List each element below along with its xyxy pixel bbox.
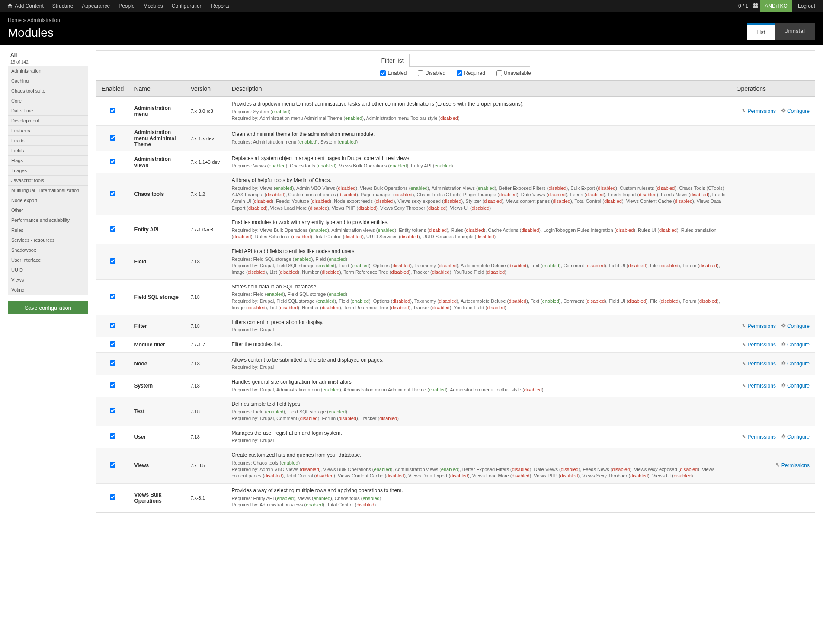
sidebar-item-uuid[interactable]: UUID — [8, 265, 88, 275]
sidebar-item-fields[interactable]: Fields — [8, 146, 88, 156]
sidebar-item-development[interactable]: Development — [8, 116, 88, 126]
breadcrumb-admin[interactable]: Administration — [27, 17, 60, 23]
module-enabled-checkbox[interactable] — [110, 494, 115, 500]
sidebar-item-features[interactable]: Features — [8, 126, 88, 136]
svg-point-0 — [753, 3, 756, 5]
home-icon[interactable] — [3, 3, 10, 10]
admin-menu-modules[interactable]: Modules — [139, 0, 167, 12]
module-enabled-checkbox[interactable] — [110, 382, 115, 388]
modules-table: Enabled Name Version Description Operati… — [96, 80, 815, 512]
sidebar-item-node-export[interactable]: Node export — [8, 195, 88, 205]
sidebar-item-rules[interactable]: Rules — [8, 225, 88, 235]
configure-link[interactable]: Configure — [781, 361, 810, 367]
module-enabled-checkbox[interactable] — [110, 408, 115, 413]
configure-link[interactable]: Configure — [781, 108, 810, 114]
module-name: Field SQL storage — [129, 279, 185, 315]
configure-link[interactable]: Configure — [781, 434, 810, 440]
module-row: Text7.18Defines simple text field types.… — [96, 397, 815, 426]
module-enabled-checkbox[interactable] — [110, 108, 115, 113]
svg-rect-6 — [743, 325, 745, 327]
users-icon[interactable] — [753, 3, 759, 10]
module-enabled-checkbox[interactable] — [110, 462, 115, 468]
module-operations — [731, 125, 815, 151]
module-operations: PermissionsConfigure — [731, 352, 815, 375]
module-row: Views Bulk Operations7.x-3.1Provides a w… — [96, 483, 815, 512]
module-enabled-checkbox[interactable] — [110, 433, 115, 439]
module-enabled-checkbox[interactable] — [110, 226, 115, 232]
module-row: Module filter7.x-1.7Filter the modules l… — [96, 337, 815, 352]
sidebar-item-feeds[interactable]: Feeds — [8, 136, 88, 146]
module-name: Views — [129, 448, 185, 483]
tab-uninstall[interactable]: Uninstall — [775, 23, 815, 40]
sidebar-item-voting[interactable]: Voting — [8, 285, 88, 295]
sidebar-item-images[interactable]: Images — [8, 166, 88, 176]
module-version: 7.x-1.x-dev — [185, 125, 226, 151]
sidebar-item-chaos-tool-suite[interactable]: Chaos tool suite — [8, 86, 88, 96]
sidebar-item-core[interactable]: Core — [8, 96, 88, 106]
module-operations — [731, 215, 815, 244]
admin-menu-reports[interactable]: Reports — [207, 0, 234, 12]
module-enabled-checkbox[interactable] — [110, 159, 115, 164]
module-enabled-checkbox[interactable] — [110, 191, 115, 196]
permissions-link[interactable]: Permissions — [775, 462, 810, 468]
admin-menu-structure[interactable]: Structure — [48, 0, 78, 12]
sidebar-item-shadowbox[interactable]: Shadowbox — [8, 245, 88, 255]
configure-link[interactable]: Configure — [781, 323, 810, 329]
admin-menu-add-content[interactable]: Add Content — [10, 0, 48, 12]
sidebar-item-flags[interactable]: Flags — [8, 156, 88, 166]
module-version: 7.18 — [185, 375, 226, 397]
logout-link[interactable]: Log out — [794, 0, 820, 12]
permissions-link[interactable]: Permissions — [742, 342, 776, 348]
module-description: Provides a dropdown menu to most adminis… — [226, 97, 731, 126]
module-version: 7.x-1.1+0-dev — [185, 151, 226, 173]
module-enabled-checkbox[interactable] — [110, 341, 115, 347]
sidebar-item-caching[interactable]: Caching — [8, 76, 88, 86]
sidebar-item-date-time[interactable]: Date/Time — [8, 106, 88, 116]
module-enabled-checkbox[interactable] — [110, 323, 115, 328]
configure-link[interactable]: Configure — [781, 342, 810, 348]
filter-checkbox-required[interactable]: Required — [457, 70, 485, 76]
username-button[interactable]: ANDiTKO — [760, 0, 792, 12]
permissions-link[interactable]: Permissions — [742, 108, 776, 114]
module-row: Field7.18Field API to add fields to enti… — [96, 244, 815, 279]
sidebar-item-administration[interactable]: Administration — [8, 66, 88, 76]
admin-menu-appearance[interactable]: Appearance — [77, 0, 114, 12]
module-description: A library of helpful tools by Merlin of … — [226, 173, 731, 215]
sidebar-subtitle: 15 of 142 — [8, 60, 88, 66]
svg-rect-12 — [743, 362, 745, 365]
key-icon — [742, 323, 746, 329]
user-count: 0 / 1 — [738, 3, 748, 9]
module-enabled-checkbox[interactable] — [110, 360, 115, 366]
sidebar-title: All — [8, 50, 88, 60]
module-enabled-checkbox[interactable] — [110, 294, 115, 299]
sidebar-item-javascript-tools[interactable]: Javascript tools — [8, 176, 88, 186]
main-panel: Filter list EnabledDisabledRequiredUnava… — [96, 50, 815, 513]
permissions-link[interactable]: Permissions — [742, 383, 776, 389]
sidebar-item-multilingual-internationalization[interactable]: Multilingual - Internationalization — [8, 186, 88, 195]
save-configuration-button[interactable]: Save configuration — [8, 301, 88, 314]
module-enabled-checkbox[interactable] — [110, 135, 115, 141]
filter-input[interactable] — [409, 54, 530, 67]
sidebar-item-performance-and-scalability[interactable]: Performance and scalability — [8, 215, 88, 225]
module-operations: Permissions — [731, 448, 815, 483]
sidebar-item-services-resources[interactable]: Services - resources — [8, 235, 88, 245]
module-description: Provides a way of selecting multiple row… — [226, 483, 731, 512]
filter-checkbox-disabled[interactable]: Disabled — [418, 70, 445, 76]
module-row: Filter7.18Filters content in preparation… — [96, 315, 815, 337]
module-name: Module filter — [129, 337, 185, 352]
sidebar-item-other[interactable]: Other — [8, 205, 88, 215]
filter-checkbox-unavailable[interactable]: Unavailable — [496, 70, 531, 76]
admin-menu-configuration[interactable]: Configuration — [167, 0, 207, 12]
tab-list[interactable]: List — [747, 23, 775, 40]
permissions-link[interactable]: Permissions — [742, 434, 776, 440]
permissions-link[interactable]: Permissions — [742, 323, 776, 329]
module-enabled-checkbox[interactable] — [110, 258, 115, 264]
sidebar-item-views[interactable]: Views — [8, 275, 88, 285]
breadcrumb-home[interactable]: Home — [8, 17, 22, 23]
sidebar-item-user-interface[interactable]: User interface — [8, 255, 88, 265]
permissions-link[interactable]: Permissions — [742, 361, 776, 367]
admin-menu-people[interactable]: People — [114, 0, 139, 12]
filter-checkbox-enabled[interactable]: Enabled — [380, 70, 407, 76]
configure-link[interactable]: Configure — [781, 383, 810, 389]
gear-icon — [781, 361, 786, 367]
